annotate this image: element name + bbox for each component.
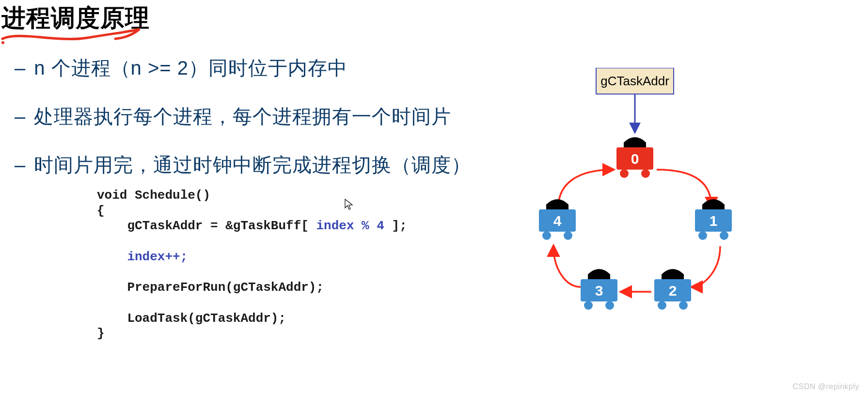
svg-point-9 bbox=[658, 301, 666, 310]
svg-point-0 bbox=[1, 41, 4, 44]
bullet-item: – n 个进程（n >= 2）同时位于内存中 bbox=[15, 57, 471, 79]
bullet-dash: – bbox=[15, 154, 25, 175]
code-highlight: index % 4 bbox=[316, 219, 384, 233]
task-node-label: 1 bbox=[710, 213, 718, 229]
bullet-text: n 个进程（n >= 2）同时位于内存中 bbox=[34, 57, 347, 79]
code-line: ]; bbox=[384, 219, 407, 233]
task-node-label: 0 bbox=[631, 151, 639, 167]
arrow-4-0 bbox=[558, 170, 613, 207]
svg-point-12 bbox=[584, 301, 593, 310]
task-node-2: 2 bbox=[654, 269, 691, 310]
bullet-text: 时间片用完，通过时钟中断完成进程切换（调度） bbox=[34, 154, 471, 175]
task-node-3: 3 bbox=[581, 269, 617, 310]
task-node-label: 4 bbox=[553, 213, 562, 229]
svg-point-3 bbox=[620, 169, 629, 178]
svg-point-16 bbox=[564, 231, 572, 240]
code-highlight: index++; bbox=[97, 250, 188, 264]
bullet-text: 处理器执行每个进程，每个进程拥有一个时间片 bbox=[34, 106, 451, 127]
code-line: gCTaskAddr = &gTaskBuff[ bbox=[97, 219, 316, 233]
bullet-dash: – bbox=[15, 57, 25, 79]
bullet-dash: – bbox=[15, 106, 25, 127]
arrow-1-2 bbox=[692, 246, 720, 287]
code-line: PrepareForRun(gCTaskAddr); bbox=[97, 280, 324, 295]
bullet-item: – 处理器执行每个进程，每个进程拥有一个时间片 bbox=[15, 106, 471, 127]
title-underline bbox=[0, 27, 145, 47]
arrow-0-1 bbox=[657, 170, 711, 207]
code-line: void Schedule() bbox=[97, 188, 210, 203]
code-line: { bbox=[97, 204, 105, 218]
bullet-list: – n 个进程（n >= 2）同时位于内存中 – 处理器执行每个进程，每个进程拥… bbox=[15, 57, 471, 203]
task-node-0: 0 bbox=[616, 137, 653, 178]
svg-point-15 bbox=[542, 231, 551, 240]
task-node-label: 2 bbox=[669, 283, 677, 299]
code-line: } bbox=[97, 326, 105, 341]
pointer-box: gCTaskAddr bbox=[596, 68, 674, 94]
svg-point-13 bbox=[605, 301, 614, 310]
task-node-1: 1 bbox=[695, 199, 732, 240]
bullet-item: – 时间片用完，通过时钟中断完成进程切换（调度） bbox=[15, 154, 471, 175]
watermark: CSDN @repinkply bbox=[792, 382, 859, 391]
task-node-4: 4 bbox=[539, 199, 576, 240]
code-line: LoadTask(gCTaskAddr); bbox=[97, 311, 286, 326]
svg-point-6 bbox=[698, 231, 707, 240]
svg-point-10 bbox=[679, 301, 688, 310]
task-node-label: 3 bbox=[595, 283, 603, 299]
arrow-3-4 bbox=[553, 246, 581, 287]
scheduler-diagram: gCTaskAddr 0 bbox=[499, 68, 771, 339]
svg-point-7 bbox=[720, 231, 728, 240]
pointer-box-label: gCTaskAddr bbox=[600, 74, 669, 88]
svg-point-4 bbox=[641, 169, 650, 178]
code-block: void Schedule() { gCTaskAddr = &gTaskBuf… bbox=[97, 188, 407, 342]
